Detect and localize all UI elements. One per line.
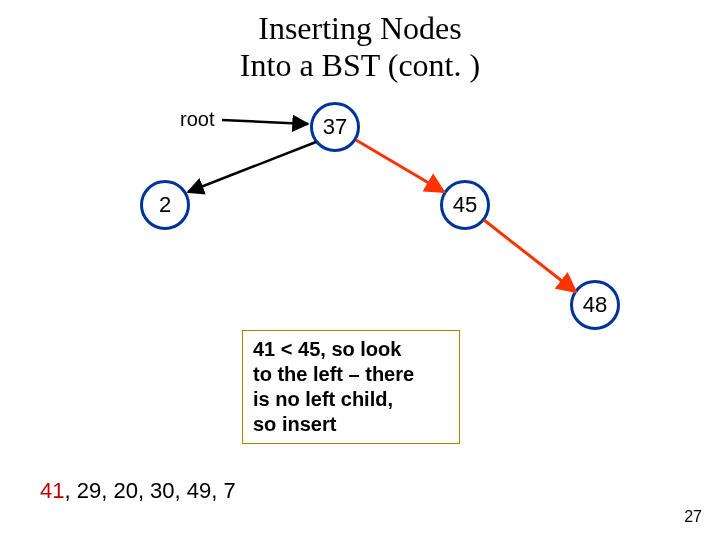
insert-note-l1: 41 < 45, so look xyxy=(253,337,449,362)
insert-note: 41 < 45, so look to the left – there is … xyxy=(242,330,460,444)
insert-sequence-current: 41 xyxy=(40,478,64,503)
root-label: root xyxy=(180,108,214,131)
slide-title: Inserting Nodes Into a BST (cont. ) xyxy=(0,10,720,84)
tree-node-2: 2 xyxy=(140,180,190,230)
edge-rootlabel-37 xyxy=(222,120,308,124)
insert-note-l2: to the left – there xyxy=(253,362,449,387)
insert-sequence-rest: , 29, 20, 30, 49, 7 xyxy=(64,478,235,503)
tree-node-2-value: 2 xyxy=(159,192,171,218)
tree-node-45-value: 45 xyxy=(453,192,477,218)
tree-node-48-value: 48 xyxy=(583,292,607,318)
tree-node-48: 48 xyxy=(570,280,620,330)
tree-node-37-value: 37 xyxy=(323,114,347,140)
slide-title-line1: Inserting Nodes xyxy=(258,10,462,46)
tree-node-45: 45 xyxy=(440,180,490,230)
edge-37-2 xyxy=(188,142,316,192)
insert-note-l4: so insert xyxy=(253,412,449,437)
edge-45-48 xyxy=(484,220,576,292)
tree-node-37: 37 xyxy=(310,102,360,152)
insert-note-l3: is no left child, xyxy=(253,387,449,412)
edge-37-45 xyxy=(356,140,444,192)
slide-number: 27 xyxy=(684,508,702,526)
insert-sequence: 41, 29, 20, 30, 49, 7 xyxy=(40,478,236,504)
slide-title-line2: Into a BST (cont. ) xyxy=(240,47,480,83)
